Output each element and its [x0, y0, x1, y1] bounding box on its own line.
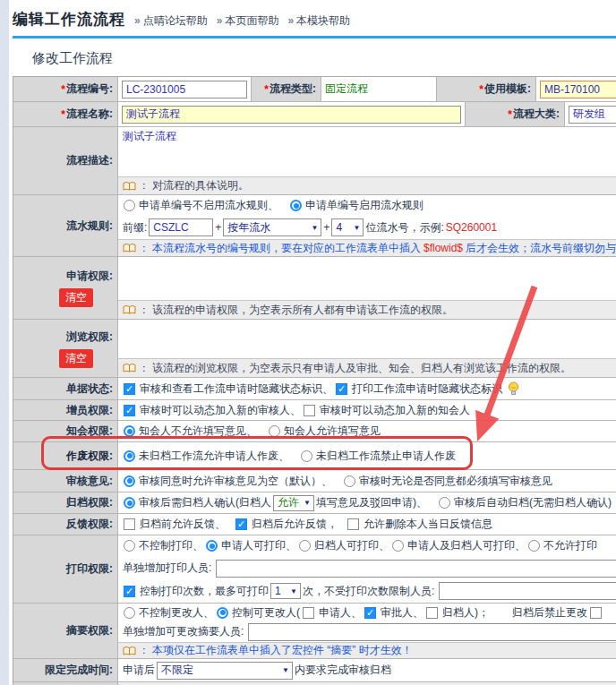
- help-link-module[interactable]: »本模块帮助: [287, 13, 350, 29]
- radio-serial-enabled[interactable]: [290, 200, 302, 211]
- chevron-right-icon: »: [217, 14, 223, 27]
- flow-number-input[interactable]: LC-2301005: [122, 81, 247, 98]
- book-icon: [123, 646, 136, 656]
- radio-archive-auto[interactable]: [439, 497, 450, 509]
- description-hint: ： 对流程的具体说明。: [118, 176, 616, 194]
- row-print-permission: 打印权限: 不控制打印、 申请人可打印、 归档人可打印、 申请人及归档人可打印、…: [13, 535, 616, 604]
- flow-category-label: *流程大类:: [465, 102, 565, 126]
- serial-prefix-input[interactable]: CSZLC: [149, 218, 213, 236]
- flow-type-label: *流程类型:: [251, 77, 321, 101]
- view-hint: ： 该流程的浏览权限，为空表示只有申请人及审批、知会、归档人有浏览该工作流的权限…: [118, 358, 616, 377]
- view-permission-list[interactable]: [118, 320, 616, 358]
- row-review-opinion: 审核意见: 审核同意时允许审核意见为空（默认）、 审核时无论是否同意都必须填写审…: [13, 470, 616, 492]
- summary-extra-users-input[interactable]: [248, 623, 616, 641]
- radio-summary-controlled[interactable]: [217, 607, 228, 619]
- required-mark: *: [508, 108, 512, 121]
- apply-permission-label: 申请权限:: [66, 269, 113, 284]
- row-deadline: 限定完成时间: 申请后 不限定 内要求完成审核归档: [13, 659, 616, 682]
- row-summary-permission: 摘要权限: 不控制更改人、 控制可更改人( 申请人、 审批人、 归档人)； 归档…: [13, 604, 616, 659]
- left-margin-strip: [0, 0, 9, 685]
- view-permission-label: 浏览权限:: [66, 330, 113, 345]
- row-add-member: 增员权限: 审核时可以动态加入新的审核人、 审核时可以动态加入新的知会人: [13, 400, 616, 421]
- radio-notify-no-opinion[interactable]: [124, 425, 135, 437]
- row-feedback-permission: 反馈权限: 归档前允许反馈、 归档后允许反馈， 允许删除本人当日反馈信息: [13, 514, 616, 535]
- flow-type-value: 固定流程: [325, 81, 368, 97]
- checkbox-feedback-after[interactable]: [235, 518, 247, 530]
- print-extra-users-input[interactable]: [216, 560, 616, 578]
- template-input[interactable]: MB-170100: [540, 81, 616, 98]
- radio-opinion-optional[interactable]: [124, 475, 135, 487]
- row-description: 流程描述: 测试子流程 ： 对流程的具体说明。: [13, 127, 616, 195]
- radio-print-archiver[interactable]: [299, 540, 311, 552]
- radio-cancel-forbidden[interactable]: [301, 450, 312, 462]
- flow-name-input[interactable]: 测试子流程: [122, 106, 461, 124]
- checkbox-hide-status-review[interactable]: [124, 383, 135, 395]
- radio-print-both[interactable]: [392, 540, 404, 552]
- flow-category-input[interactable]: 研发组: [569, 106, 616, 124]
- cancel-permission-label: 作废权限:: [13, 442, 118, 469]
- row-cancel-permission: 作废权限: 未归档工作流允许申请人作废、 未归档工作流禁止申请人作废: [13, 442, 616, 470]
- workflow-edit-page: 编辑工作流流程 »点晴论坛帮助 »本页面帮助 »本模块帮助 修改工作流程 *流程…: [0, 0, 616, 685]
- radio-print-uncontrolled[interactable]: [124, 540, 135, 552]
- view-clear-button[interactable]: 清空: [59, 349, 93, 368]
- row-doc-status: 单据状态: 审核和查看工作流申请时隐藏状态标识、 打印工作流申请时隐藏状态标识: [13, 378, 616, 400]
- row-flow-name: *流程名称: 测试子流程 *流程大类: 研发组: [13, 102, 616, 127]
- row-serial-rule: 流水规则: 申请单编号不启用流水规则、 申请单编号启用流水规则 前缀: CSZL…: [13, 195, 616, 257]
- print-count-select[interactable]: 1: [270, 583, 301, 599]
- chevron-right-icon: »: [134, 14, 141, 27]
- checkbox-feedback-before[interactable]: [124, 518, 135, 530]
- required-mark: *: [264, 83, 269, 96]
- page-header: 编辑工作流流程 »点晴论坛帮助 »本页面帮助 »本模块帮助: [0, 0, 616, 30]
- flow-number-label: *流程编号:: [13, 77, 118, 101]
- radio-notify-allow-opinion[interactable]: [269, 425, 280, 437]
- radio-archive-confirm[interactable]: [124, 497, 135, 509]
- bulb-icon: [508, 381, 519, 396]
- checkbox-summary-lock-after-archive[interactable]: [590, 607, 602, 619]
- notify-permission-label: 知会权限:: [13, 421, 118, 441]
- summary-permission-label: 摘要权限:: [13, 604, 118, 658]
- doc-status-label: 单据状态:: [13, 378, 118, 399]
- help-link-page[interactable]: »本页面帮助: [217, 13, 279, 29]
- row-apply-permission: 申请权限: 清空 ： 该流程的申请权限，为空表示所有人都有申请该工作流的权限。: [13, 257, 616, 320]
- add-member-label: 增员权限:: [13, 400, 118, 420]
- apply-permission-list[interactable]: [118, 257, 616, 300]
- radio-print-forbidden[interactable]: [528, 540, 540, 552]
- apply-hint: ： 该流程的申请权限，为空表示所有人都有申请该工作流的权限。: [118, 300, 616, 319]
- radio-cancel-allowed[interactable]: [124, 450, 135, 462]
- row-notify-permission: 知会权限: 知会人不允许填写意见、 知会人允许填写意见: [13, 421, 616, 442]
- radio-summary-uncontrolled[interactable]: [124, 607, 135, 619]
- book-icon: [123, 304, 136, 315]
- checkbox-limit-print-count[interactable]: [124, 586, 135, 597]
- book-icon: [123, 363, 136, 373]
- book-icon: [123, 181, 136, 192]
- checkbox-summary-applicant[interactable]: [303, 607, 314, 619]
- apply-clear-button[interactable]: 清空: [59, 288, 93, 307]
- radio-opinion-required[interactable]: [344, 475, 355, 487]
- print-unlimited-users-input[interactable]: [439, 582, 616, 600]
- archive-allow-select[interactable]: 允许: [273, 495, 314, 511]
- required-mark: *: [61, 83, 65, 96]
- template-label: *使用模板:: [436, 77, 536, 101]
- flow-name-label: *流程名称:: [13, 102, 118, 126]
- description-label: 流程描述:: [13, 127, 118, 194]
- serial-period-select[interactable]: 按年流水: [223, 218, 321, 236]
- row-archive-permission: 归档权限: 审核后需归档人确认(归档人 允许 填写意见及驳回申请)、 审核后自动…: [13, 492, 616, 514]
- serial-rule-label: 流水规则:: [13, 195, 118, 256]
- description-textarea[interactable]: 测试子流程: [118, 127, 616, 176]
- help-link-forum[interactable]: »点晴论坛帮助: [134, 13, 208, 29]
- checkbox-add-notified[interactable]: [304, 405, 315, 416]
- serial-digits-select[interactable]: 4: [331, 218, 364, 236]
- checkbox-summary-archiver[interactable]: [426, 607, 438, 619]
- deadline-select[interactable]: 不限定: [157, 662, 293, 680]
- radio-print-applicant[interactable]: [206, 540, 218, 552]
- checkbox-summary-approver[interactable]: [364, 607, 376, 619]
- required-mark: *: [479, 83, 483, 96]
- serial-example: SQ260001: [446, 221, 497, 234]
- book-icon: [123, 243, 136, 253]
- checkbox-add-reviewer[interactable]: [124, 405, 135, 416]
- checkbox-feedback-delete-same-day[interactable]: [347, 518, 359, 530]
- checkbox-hide-status-print[interactable]: [336, 383, 347, 395]
- radio-serial-disabled[interactable]: [124, 200, 135, 211]
- row-flow-number: *流程编号: LC-2301005 *流程类型: 固定流程 *使用模板: MB-…: [13, 77, 616, 102]
- chevron-right-icon: »: [287, 14, 294, 27]
